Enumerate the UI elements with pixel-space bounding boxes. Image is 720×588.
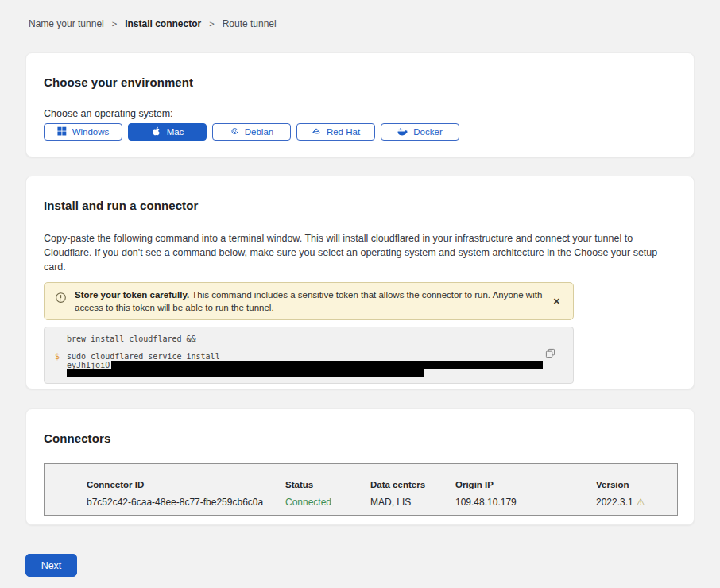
copy-icon[interactable] [545,348,555,358]
connectors-card: Connectors Connector ID Status Data cent… [25,408,695,525]
choose-environment-card: Choose your environment Choose an operat… [25,52,695,157]
code-line-brew: brew install cloudflared && [67,335,541,343]
breadcrumb-name-your-tunnel[interactable]: Name your tunnel [29,18,104,29]
os-button-redhat[interactable]: Red Hat [296,123,375,141]
install-command-code-block: $ brew install cloudflared && sudo cloud… [44,327,574,384]
redhat-icon [312,126,321,137]
os-button-label: Red Hat [327,127,360,137]
os-button-label: Windows [72,127,110,137]
code-line-sudo: sudo cloudflared service install [67,352,541,361]
alert-circle-icon [55,292,67,307]
breadcrumb-route-tunnel[interactable]: Route tunnel [223,18,277,29]
redacted-token-bar [67,369,424,377]
cell-data-centers: MAD, LIS [370,497,455,508]
docker-icon [397,126,408,138]
os-button-label: Mac [167,127,184,137]
os-button-docker[interactable]: Docker [381,123,459,141]
breadcrumb-install-connector[interactable]: Install connector [125,18,201,29]
column-header-data-centers: Data centers [370,480,455,489]
os-button-debian[interactable]: Debian [212,123,291,141]
install-connector-card: Install and run a connector Copy-paste t… [25,176,695,389]
next-button[interactable]: Next [25,554,77,577]
debian-icon [230,126,239,137]
cell-origin-ip: 109.48.10.179 [455,497,596,508]
environment-card-title: Choose your environment [44,75,676,89]
token-prefix: eyJhIjoiO [67,361,110,369]
column-header-origin-ip: Origin IP [455,480,596,489]
token-warning-text: Store your token carefully. This command… [75,288,545,314]
windows-icon [57,126,67,137]
shell-prompt: $ [55,352,60,361]
version-warning-icon: ⚠ [637,497,645,508]
column-header-version: Version [596,480,677,489]
breadcrumb-separator: > [209,19,214,29]
close-icon[interactable]: ✕ [553,296,560,307]
column-header-connector-id: Connector ID [87,480,285,489]
code-line-token-2 [67,369,541,378]
install-card-title: Install and run a connector [44,199,676,212]
install-card-description: Copy-paste the following command into a … [44,231,676,274]
cell-connector-id: b7c52c42-6caa-48ee-8c77-fbe259cb6c0a [87,497,285,508]
os-button-label: Docker [413,127,442,137]
code-line-token: eyJhIjoiO [67,361,541,369]
token-warning-title: Store your token carefully. [75,290,189,300]
os-button-mac[interactable]: Mac [128,123,207,141]
tunnel-setup-page: Name your tunnel > Install connector > R… [0,0,720,588]
version-value: 2022.3.1 [596,497,633,508]
os-select-label: Choose an operating system: [44,108,676,119]
os-button-label: Debian [245,127,273,137]
cell-version: 2022.3.1⚠ [596,497,677,508]
token-warning-banner: Store your token carefully. This command… [44,282,574,320]
breadcrumb: Name your tunnel > Install connector > R… [29,18,277,29]
redacted-token-bar [111,361,543,369]
cell-status: Connected [285,497,370,508]
connectors-table: Connector ID Status Data centers Origin … [44,463,678,516]
code-line-blank [67,343,541,352]
os-button-windows[interactable]: Windows [44,123,122,141]
breadcrumb-separator: > [112,19,117,29]
column-header-status: Status [285,480,370,489]
os-button-group: Windows Mac Debian Red Hat [44,123,676,141]
apple-icon [151,126,161,138]
connectors-card-title: Connectors [44,431,676,445]
